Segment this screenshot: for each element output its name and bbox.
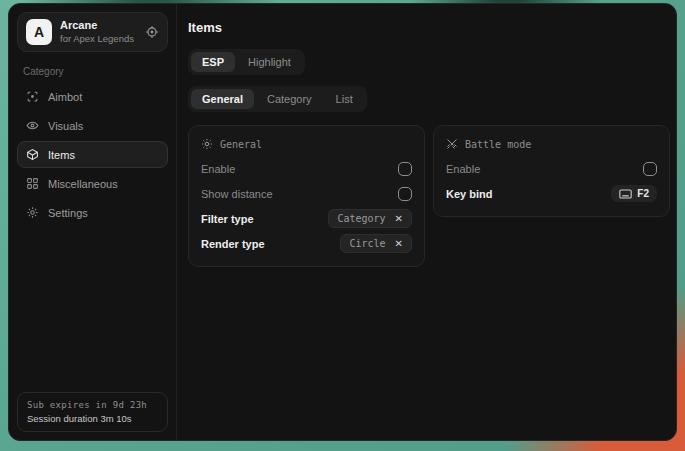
key-bind-value: F2 (637, 188, 649, 199)
sidebar-item-miscellaneous[interactable]: Miscellaneous (17, 170, 168, 197)
filter-type-select[interactable]: Category ✕ (328, 209, 412, 228)
setting-row-enable: Enable (446, 156, 657, 181)
setting-label: Key bind (446, 188, 492, 200)
tab-general[interactable]: General (191, 89, 254, 109)
setting-label: Enable (446, 163, 480, 175)
show-distance-checkbox[interactable] (398, 187, 412, 201)
view-tabs: General Category List (188, 86, 367, 112)
crosshair-icon (26, 90, 39, 103)
brand-card: A Arcane for Apex Legends (17, 12, 168, 52)
sun-icon (201, 138, 213, 150)
tab-esp[interactable]: ESP (191, 52, 235, 72)
target-icon[interactable] (145, 25, 159, 39)
sub-expires-text: Sub expires in 9d 23h (27, 400, 158, 410)
sidebar-item-label: Visuals (48, 120, 83, 132)
setting-row-enable: Enable (201, 156, 412, 181)
sidebar-item-label: Aimbot (48, 91, 82, 103)
sidebar-item-label: Items (48, 149, 75, 161)
tab-highlight[interactable]: Highlight (237, 52, 302, 72)
tab-category[interactable]: Category (256, 89, 323, 109)
setting-label: Render type (201, 238, 265, 250)
sidebar-item-visuals[interactable]: Visuals (17, 112, 168, 139)
setting-label: Enable (201, 163, 235, 175)
sidebar-item-items[interactable]: Items (17, 141, 168, 168)
setting-row-show-distance: Show distance (201, 181, 412, 206)
setting-row-filter-type: Filter type Category ✕ (201, 206, 412, 231)
panel-title: General (220, 139, 262, 150)
gear-icon (26, 206, 39, 219)
brand-text: Arcane for Apex Legends (60, 19, 137, 45)
subscription-info-card: Sub expires in 9d 23h Session duration 3… (17, 392, 168, 432)
tab-list[interactable]: List (325, 89, 364, 109)
app-window: A Arcane for Apex Legends Category (8, 3, 677, 441)
panel-battle-mode: Battle mode Enable Key bind (433, 125, 670, 217)
enable-checkbox[interactable] (398, 162, 412, 176)
close-icon[interactable]: ✕ (395, 239, 403, 249)
panel-title: Battle mode (465, 139, 531, 150)
app-subtitle: for Apex Legends (60, 33, 137, 45)
sidebar: A Arcane for Apex Legends Category (9, 4, 177, 440)
page-title: Items (188, 20, 670, 35)
sidebar-item-aimbot[interactable]: Aimbot (17, 83, 168, 110)
setting-label: Show distance (201, 188, 273, 200)
setting-label: Filter type (201, 213, 254, 225)
sidebar-item-label: Settings (48, 207, 88, 219)
mode-tabs: ESP Highlight (188, 49, 305, 75)
render-type-select[interactable]: Circle ✕ (340, 234, 412, 253)
panel-general: General Enable Show distance Filter type… (188, 125, 425, 267)
package-icon (26, 148, 39, 161)
swords-icon (446, 138, 458, 150)
session-duration-text: Session duration 3m 10s (27, 413, 158, 424)
app-logo: A (26, 19, 52, 45)
setting-row-render-type: Render type Circle ✕ (201, 231, 412, 256)
sidebar-nav: Aimbot Visuals Items (17, 83, 168, 226)
sidebar-section-label: Category (23, 66, 162, 77)
app-title: Arcane (60, 19, 137, 33)
sidebar-item-label: Miscellaneous (48, 178, 118, 190)
sidebar-item-settings[interactable]: Settings (17, 199, 168, 226)
eye-icon (26, 119, 39, 132)
main-content: Items ESP Highlight General Category Lis… (177, 4, 677, 440)
keyboard-icon (619, 189, 632, 199)
close-icon[interactable]: ✕ (395, 214, 403, 224)
grid-icon (26, 177, 39, 190)
select-value: Category (337, 213, 385, 224)
select-value: Circle (349, 238, 385, 249)
key-bind-button[interactable]: F2 (611, 185, 657, 202)
setting-row-key-bind: Key bind F2 (446, 181, 657, 206)
battle-enable-checkbox[interactable] (643, 162, 657, 176)
